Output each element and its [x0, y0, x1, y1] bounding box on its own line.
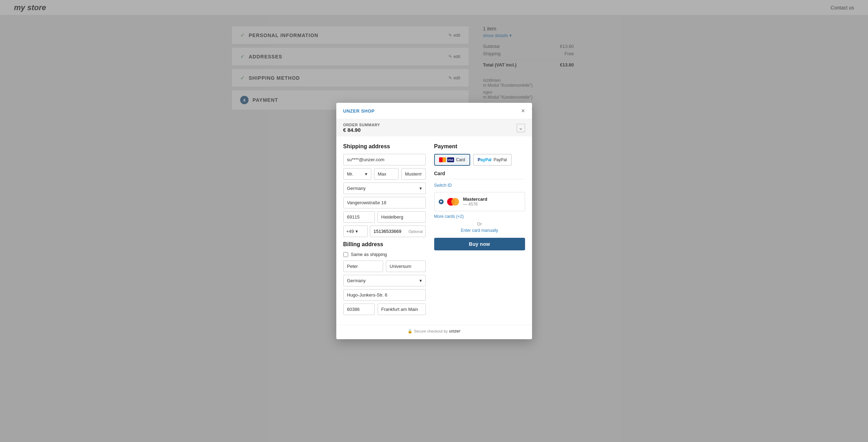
modal-footer: 🔒 Secure checkout by unzer	[336, 325, 532, 339]
salutation-select[interactable]: Mr. ▾	[343, 168, 371, 180]
billing-name-row	[343, 261, 426, 272]
same-as-shipping-row: Same as shipping	[343, 252, 426, 257]
modal-close-button[interactable]: ×	[521, 108, 525, 114]
phone-row: +49 ▾ Optional	[343, 226, 426, 237]
shipping-address-title: Shipping address	[343, 143, 426, 150]
saved-card-box[interactable]: Mastercard — 4576	[434, 192, 525, 211]
mc-circle-right	[451, 198, 459, 206]
chevron-down-icon: ⌄	[517, 124, 525, 132]
same-as-shipping-label: Same as shipping	[351, 252, 387, 257]
shipping-address-section: Shipping address su****@unzer.com Mr. ▾ …	[343, 143, 426, 237]
mastercard-icon	[439, 157, 446, 162]
shipping-billing-section: Shipping address su****@unzer.com Mr. ▾ …	[343, 143, 426, 318]
payment-title: Payment	[434, 143, 525, 150]
billing-city-field[interactable]	[378, 304, 426, 315]
billing-address-title: Billing address	[343, 241, 426, 248]
or-divider: Or	[434, 222, 525, 227]
chevron-down-icon-billing-country: ▾	[419, 278, 422, 283]
paypal-tab-label: PayPal	[494, 157, 507, 162]
phone-input-wrap: Optional	[370, 226, 426, 237]
billing-country-select[interactable]: Germany ▾	[343, 275, 426, 286]
switch-id-link[interactable]: Switch ID	[434, 183, 525, 188]
chevron-down-icon-phone: ▾	[356, 229, 358, 234]
billing-last-name-field[interactable]	[386, 261, 426, 272]
card-section-label: Card	[434, 171, 525, 179]
modal-header: UNZER SHOP ×	[336, 103, 532, 119]
last-name-field[interactable]	[401, 168, 426, 180]
secure-checkout-label: 🔒 Secure checkout by unzer	[343, 329, 525, 334]
email-field[interactable]: su****@unzer.com	[343, 154, 426, 165]
card-tab-label: Card	[456, 157, 465, 162]
order-summary-bar[interactable]: ORDER SUMMARY € 84.90 ⌄	[336, 119, 532, 136]
saved-card-info: Mastercard — 4576	[463, 197, 521, 207]
name-row: Mr. ▾	[343, 168, 426, 180]
chevron-down-icon-country: ▾	[419, 186, 422, 191]
same-as-shipping-checkbox[interactable]	[343, 252, 348, 257]
payment-tab-paypal[interactable]: PayPal PayPal	[473, 154, 512, 166]
zip-city-row	[343, 211, 426, 223]
country-select[interactable]: Germany ▾	[343, 183, 426, 194]
street-field[interactable]	[343, 197, 426, 208]
order-summary-bar-content: ORDER SUMMARY € 84.90	[343, 123, 380, 133]
lock-icon: 🔒	[408, 329, 413, 334]
paypal-logo: PayPal	[478, 157, 492, 162]
visa-icon: VISA	[447, 157, 454, 162]
billing-first-name-field[interactable]	[343, 261, 383, 272]
mastercard-logo	[447, 198, 460, 206]
card-icons: VISA	[439, 157, 454, 162]
payment-tab-card[interactable]: VISA Card	[434, 154, 470, 166]
saved-card-last4: — 4576	[463, 202, 521, 207]
optional-badge: Optional	[409, 229, 423, 234]
first-name-field[interactable]	[374, 168, 399, 180]
payment-modal: UNZER SHOP × ORDER SUMMARY € 84.90 ⌄ Shi…	[336, 103, 532, 339]
city-field[interactable]	[378, 211, 426, 223]
billing-zip-field[interactable]	[343, 304, 375, 315]
saved-card-row: Mastercard — 4576	[439, 197, 521, 207]
enter-card-manually-link[interactable]: Enter card manually	[434, 228, 525, 233]
billing-address-section: Billing address Same as shipping Germany…	[343, 241, 426, 315]
modal-overlay: UNZER SHOP × ORDER SUMMARY € 84.90 ⌄ Shi…	[0, 0, 868, 442]
order-summary-bar-label: ORDER SUMMARY	[343, 123, 380, 127]
payment-tabs: VISA Card PayPal PayPal	[434, 154, 525, 166]
billing-zip-city-row	[343, 304, 426, 315]
radio-button	[439, 199, 444, 204]
more-cards-link[interactable]: More cards (+2)	[434, 214, 525, 219]
buy-now-button[interactable]: Buy now	[434, 238, 525, 250]
modal-body: Shipping address su****@unzer.com Mr. ▾ …	[336, 136, 532, 325]
phone-prefix[interactable]: +49 ▾	[343, 226, 368, 237]
saved-card-name: Mastercard	[463, 197, 521, 202]
zip-field[interactable]	[343, 211, 375, 223]
order-summary-bar-amount: € 84.90	[343, 127, 380, 133]
radio-inner	[440, 201, 442, 202]
chevron-down-icon-salutation: ▾	[365, 171, 367, 177]
modal-shop-name: UNZER SHOP	[343, 108, 375, 114]
payment-section: Payment VISA Card PayPal	[434, 143, 525, 318]
unzer-brand: unzer	[449, 329, 460, 334]
billing-street-field[interactable]	[343, 289, 426, 301]
